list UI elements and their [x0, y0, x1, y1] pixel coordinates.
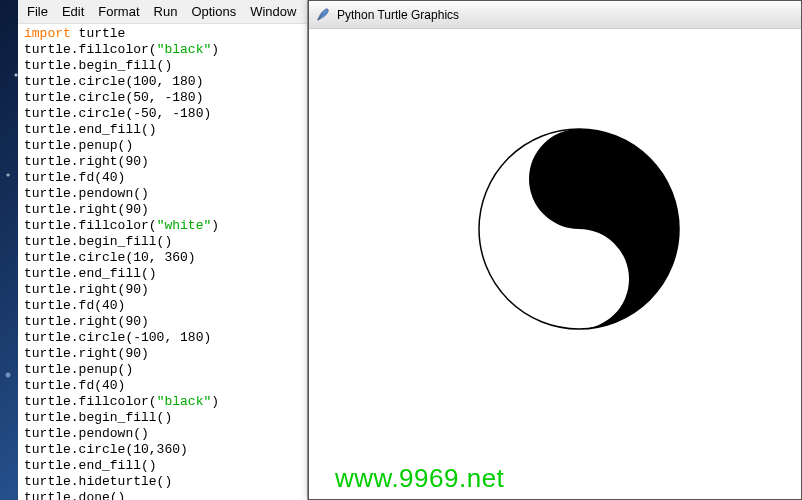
code-line: turtle.circle(10,360) — [24, 442, 303, 458]
feather-icon — [315, 7, 331, 23]
code-line: turtle.begin_fill() — [24, 234, 303, 250]
code-line: turtle.circle(100, 180) — [24, 74, 303, 90]
turtle-canvas — [309, 29, 801, 499]
watermark-text: www.9969.net — [335, 463, 504, 494]
svg-point-1 — [565, 165, 593, 193]
menu-file[interactable]: File — [20, 2, 55, 21]
code-editor[interactable]: import turtleturtle.fillcolor("black")tu… — [18, 24, 307, 500]
code-line: turtle.fillcolor("black") — [24, 394, 303, 410]
code-line: turtle.circle(50, -180) — [24, 90, 303, 106]
code-line: turtle.done() — [24, 490, 303, 500]
code-line: turtle.right(90) — [24, 202, 303, 218]
code-line: turtle.end_fill() — [24, 458, 303, 474]
code-line: turtle.right(90) — [24, 314, 303, 330]
code-line: import turtle — [24, 26, 303, 42]
window-title: Python Turtle Graphics — [337, 8, 459, 22]
code-line: turtle.end_fill() — [24, 122, 303, 138]
code-line: turtle.fd(40) — [24, 298, 303, 314]
code-line: turtle.fillcolor("black") — [24, 42, 303, 58]
menu-options[interactable]: Options — [184, 2, 243, 21]
code-line: turtle.fd(40) — [24, 378, 303, 394]
code-editor-window: File Edit Format Run Options Window impo… — [18, 0, 308, 500]
turtle-graphics-window: Python Turtle Graphics — [308, 0, 802, 500]
menu-run[interactable]: Run — [147, 2, 185, 21]
code-line: turtle.right(90) — [24, 346, 303, 362]
yinyang-drawing — [459, 109, 699, 349]
menu-format[interactable]: Format — [91, 2, 146, 21]
code-line: turtle.circle(-100, 180) — [24, 330, 303, 346]
menubar: File Edit Format Run Options Window — [18, 0, 307, 24]
code-line: turtle.fd(40) — [24, 170, 303, 186]
menu-window[interactable]: Window — [243, 2, 303, 21]
code-line: turtle.pendown() — [24, 426, 303, 442]
menu-edit[interactable]: Edit — [55, 2, 91, 21]
code-line: turtle.circle(-50, -180) — [24, 106, 303, 122]
code-line: turtle.hideturtle() — [24, 474, 303, 490]
code-line: turtle.right(90) — [24, 154, 303, 170]
code-line: turtle.penup() — [24, 362, 303, 378]
code-line: turtle.begin_fill() — [24, 410, 303, 426]
code-line: turtle.penup() — [24, 138, 303, 154]
code-line: turtle.circle(10, 360) — [24, 250, 303, 266]
titlebar[interactable]: Python Turtle Graphics — [309, 1, 801, 29]
code-line: turtle.end_fill() — [24, 266, 303, 282]
code-line: turtle.pendown() — [24, 186, 303, 202]
svg-point-2 — [565, 265, 593, 293]
code-line: turtle.fillcolor("white") — [24, 218, 303, 234]
code-line: turtle.right(90) — [24, 282, 303, 298]
code-line: turtle.begin_fill() — [24, 58, 303, 74]
